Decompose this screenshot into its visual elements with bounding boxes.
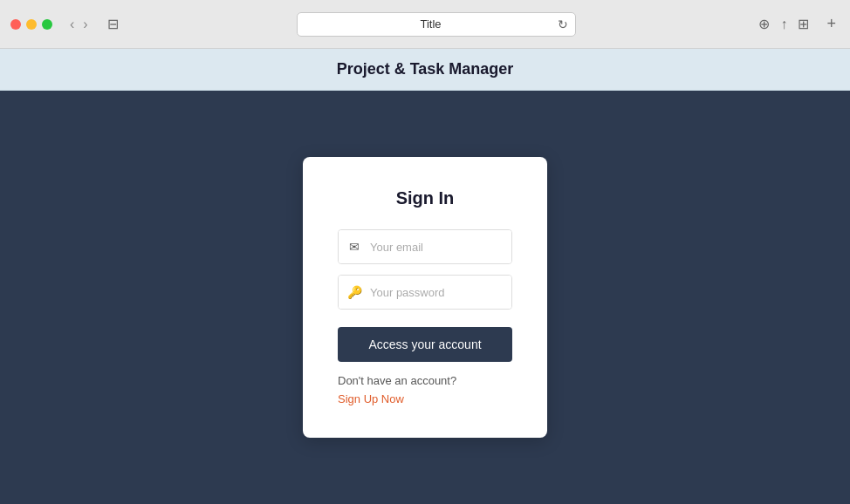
- password-input-group: 🔑: [338, 275, 512, 310]
- signin-card: Sign In ✉ 🔑 Access your account Don't ha…: [303, 157, 547, 438]
- extensions-button[interactable]: ⊕: [755, 14, 773, 34]
- maximize-button[interactable]: [42, 19, 52, 30]
- email-input-group: ✉: [338, 229, 512, 264]
- password-icon: 🔑: [339, 276, 370, 309]
- signup-link[interactable]: Sign Up Now: [338, 392, 404, 405]
- email-input[interactable]: [370, 230, 512, 263]
- no-account-text: Don't have an account?: [338, 374, 512, 387]
- tabs-button[interactable]: ⊞: [794, 14, 812, 34]
- sidebar-toggle-button[interactable]: ⊟: [102, 14, 124, 34]
- minimize-button[interactable]: [26, 19, 37, 30]
- app-title: Project & Task Manager: [337, 60, 514, 78]
- close-button[interactable]: [10, 19, 21, 30]
- traffic-lights: [10, 19, 52, 30]
- new-tab-button[interactable]: +: [823, 13, 840, 35]
- nav-buttons: ‹ ›: [66, 15, 92, 34]
- app-header: Project & Task Manager: [0, 49, 850, 91]
- browser-chrome: ‹ › ⊟ Title ↻ ⊕ ↑ ⊞ +: [0, 0, 850, 49]
- password-input[interactable]: [370, 276, 512, 309]
- submit-button[interactable]: Access your account: [338, 327, 512, 362]
- signin-heading: Sign In: [338, 188, 512, 208]
- address-bar-container: Title ↻: [131, 12, 742, 37]
- main-content: Sign In ✉ 🔑 Access your account Don't ha…: [0, 91, 850, 504]
- address-bar[interactable]: Title ↻: [297, 12, 576, 37]
- share-button[interactable]: ↑: [777, 15, 791, 34]
- back-button[interactable]: ‹: [66, 15, 78, 34]
- browser-actions: ⊕ ↑ ⊞: [755, 14, 812, 34]
- email-icon: ✉: [339, 230, 370, 263]
- reload-button[interactable]: ↻: [558, 17, 568, 31]
- forward-button[interactable]: ›: [79, 15, 91, 34]
- address-text: Title: [305, 17, 558, 31]
